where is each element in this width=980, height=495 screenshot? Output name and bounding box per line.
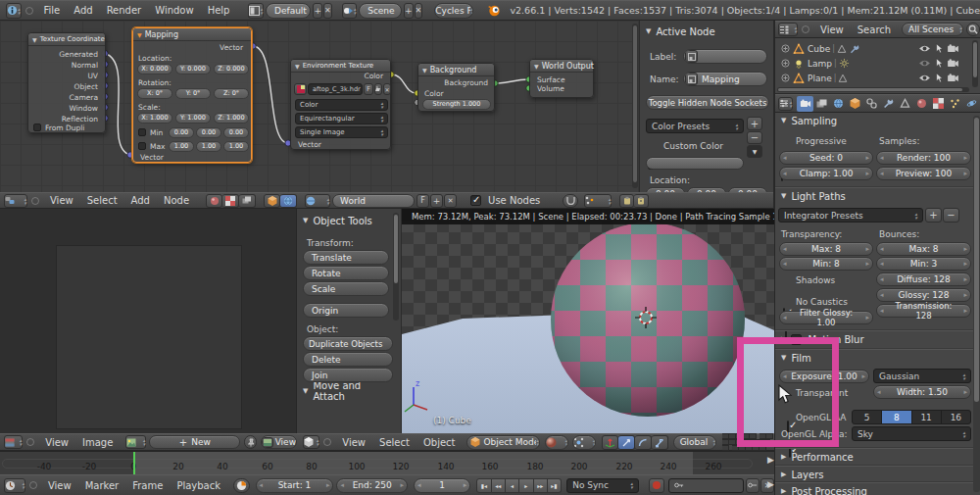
menu-select[interactable]: Select (372, 437, 416, 448)
rotation-x-field[interactable]: X: 0° (137, 88, 172, 99)
screen-layout-browse-icon[interactable]: ▴▾ (248, 3, 264, 19)
node-editor[interactable]: ▼Texture Coordinate Generated Normal UV … (0, 21, 774, 209)
prev-keyframe-button[interactable]: ◂◂ (492, 478, 506, 493)
projection-select[interactable]: Equirectangular▴▾ (295, 113, 388, 124)
delete-layout-button[interactable]: ✕ (323, 3, 332, 19)
remove-preset-button[interactable]: − (943, 208, 959, 223)
region-expand-arrow[interactable]: ▶ (767, 479, 774, 489)
origin-button[interactable]: Origin (303, 303, 389, 318)
world-name-field[interactable]: World (332, 194, 415, 208)
filter-glossy-field[interactable]: ◂Filter Glossy: 1.00▸ (779, 311, 873, 324)
presets-menu-button[interactable]: ▼ (747, 145, 762, 158)
node-collapse-icon[interactable]: ▼ (32, 36, 37, 43)
menu-window[interactable]: Window (148, 5, 200, 16)
play-reverse-button[interactable]: ◂ (506, 478, 519, 493)
start-frame-field[interactable]: ◂Start: 1▸ (256, 478, 334, 493)
max-checkbox[interactable] (138, 142, 146, 150)
add-scene-button[interactable]: + (404, 3, 414, 19)
insert-keyframe-icon[interactable] (746, 478, 760, 493)
world-fake-user-button[interactable]: F (416, 194, 429, 208)
transparency-min-field[interactable]: ◂Min: 8▸ (779, 257, 873, 271)
mode-select[interactable]: Object Mode▴▾ (466, 435, 539, 450)
scale-x-field[interactable]: X: 1.000 (137, 113, 172, 124)
selectability-arrow-icon[interactable] (935, 73, 943, 83)
render-samples-field[interactable]: ◂Render: 100▸ (876, 151, 971, 165)
tab-world[interactable] (830, 96, 847, 112)
collapse-menus-toggle[interactable] (31, 197, 39, 205)
clamp-field[interactable]: ◂Clamp: 1.00▸ (779, 167, 873, 180)
location-z-field[interactable]: Z: 0.000 (214, 64, 249, 74)
layer-buttons[interactable] (722, 433, 774, 451)
tab-modifiers[interactable] (880, 96, 897, 112)
menu-file[interactable]: File (37, 5, 68, 16)
film-panel-header[interactable]: ▼Film (775, 350, 980, 366)
search-icon[interactable] (966, 23, 980, 36)
aa-samples-11[interactable]: 11 (912, 411, 942, 423)
scene-browse-icon[interactable]: ▴▾ (342, 3, 358, 19)
object-name[interactable]: Plane (808, 74, 832, 83)
tab-texture[interactable] (930, 96, 947, 112)
rotation-z-field[interactable]: Z: 0° (214, 88, 249, 99)
visibility-eye-icon[interactable] (918, 74, 931, 82)
filter-type-select[interactable]: Gaussian▴▾ (873, 369, 971, 383)
viewport-3d[interactable]: z (1) Cube Mem: 73.12M, Peak: 73.12M | S… (297, 209, 774, 451)
tab-physics[interactable] (963, 96, 980, 112)
opengl-alpha-select[interactable]: Sky▴▾ (852, 426, 971, 441)
aa-samples-8[interactable]: 8 (882, 411, 911, 423)
transmission-bounces-field[interactable]: ◂Transmission: 128▸ (876, 304, 971, 318)
add-preset-button[interactable]: + (747, 117, 762, 130)
manipulator-toggle-icon[interactable] (602, 435, 618, 450)
renderability-camera-icon[interactable] (947, 59, 959, 68)
world-context-icon[interactable] (280, 194, 297, 208)
tab-material[interactable] (913, 96, 930, 112)
menu-render[interactable]: Render (100, 5, 149, 16)
pin-icon[interactable] (244, 435, 257, 449)
add-layout-button[interactable]: + (313, 3, 322, 19)
scale-y-field[interactable]: Y: 1.000 (175, 113, 211, 124)
menu-view[interactable]: View (38, 437, 75, 448)
selectability-arrow-icon[interactable] (935, 58, 943, 69)
toggle-hidden-sockets-button[interactable]: Toggle Hidden Node Sockets (646, 95, 769, 110)
properties-scrollbar[interactable] (973, 116, 980, 492)
min-z-field[interactable]: 0.00 (223, 127, 249, 138)
active-node-panel-header[interactable]: ▼Active Node (640, 24, 774, 39)
light-paths-panel-header[interactable]: ▼Light Paths (775, 188, 980, 204)
visibility-eye-icon[interactable] (918, 59, 931, 68)
shader-nodes-icon[interactable] (206, 194, 222, 208)
object-tools-panel-header[interactable]: ▼Object Tools (297, 213, 401, 228)
visibility-eye-icon[interactable] (918, 44, 931, 53)
translate-button[interactable]: Translate (303, 250, 389, 265)
tab-particles[interactable] (947, 96, 963, 112)
menu-object[interactable]: Object (416, 437, 463, 448)
use-nodes-checkbox[interactable] (470, 195, 481, 206)
image-browse-icon[interactable]: ▴▾ (125, 435, 146, 449)
image-browse-icon[interactable] (294, 83, 307, 95)
delete-scene-button[interactable]: ✕ (415, 3, 423, 19)
tab-constraints[interactable] (863, 96, 880, 112)
keying-set-field[interactable] (668, 478, 744, 493)
timeline-editor-type-icon[interactable]: ▴▾ (4, 478, 25, 493)
menu-search[interactable]: Search (851, 25, 898, 35)
max-z-field[interactable]: 1.00 (223, 141, 249, 152)
menu-image[interactable]: Image (75, 437, 120, 448)
motion-blur-panel-header[interactable]: ▶Motion Blur (775, 331, 980, 347)
location-y-field[interactable]: Y: 0.000 (175, 64, 211, 74)
min-x-field[interactable]: 0.00 (169, 127, 194, 138)
expand-icon[interactable] (781, 74, 790, 82)
outliner-row-lamp[interactable]: Lamp | (781, 56, 977, 71)
menu-marker[interactable]: Marker (78, 480, 126, 491)
scale-z-field[interactable]: Z: 1.000 (214, 113, 249, 124)
rotation-y-field[interactable]: Y: 0° (175, 88, 211, 99)
auto-keyframe-record-button[interactable] (649, 478, 664, 493)
filter-width-field[interactable]: ◂Width: 1.50▸ (873, 385, 971, 399)
image-editor[interactable]: ▴▾ View Image ▴▾ +New View (0, 209, 297, 451)
render-engine-select[interactable]: Cycles Render▴▾ (434, 3, 473, 19)
paste-nodes-icon[interactable] (634, 194, 649, 208)
add-world-button[interactable]: + (430, 194, 443, 208)
info-editor-icon[interactable]: ▴▾ (6, 3, 22, 19)
renderability-camera-icon[interactable] (947, 74, 959, 82)
timeline-ruler[interactable]: -40 -20 0 20 40 60 80 100 120 140 160 18… (0, 452, 774, 474)
snap-icon[interactable] (563, 194, 578, 208)
menu-help[interactable]: Help (201, 5, 237, 16)
menu-view[interactable]: View (813, 25, 851, 35)
